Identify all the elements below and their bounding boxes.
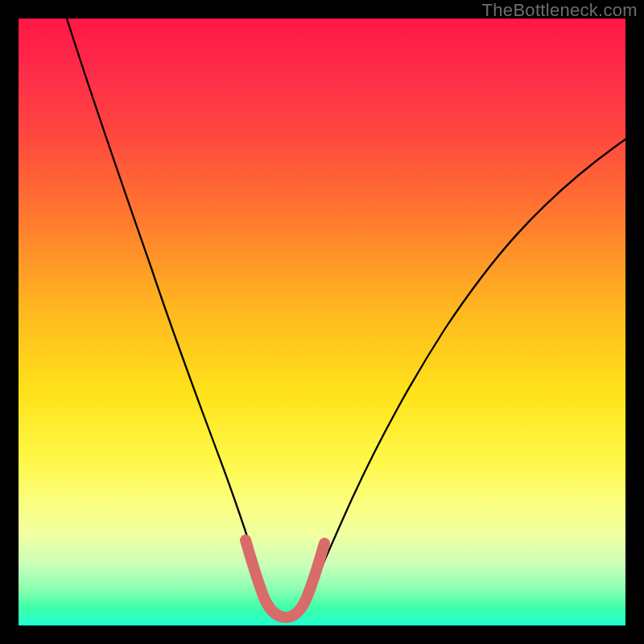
optimal-range-highlight: [246, 540, 324, 617]
plot-area: [19, 19, 625, 625]
bottleneck-curve: [67, 19, 625, 617]
watermark-text: TheBottleneck.com: [482, 0, 638, 21]
chart-frame: TheBottleneck.com: [0, 0, 644, 644]
curve-layer: [19, 19, 625, 625]
